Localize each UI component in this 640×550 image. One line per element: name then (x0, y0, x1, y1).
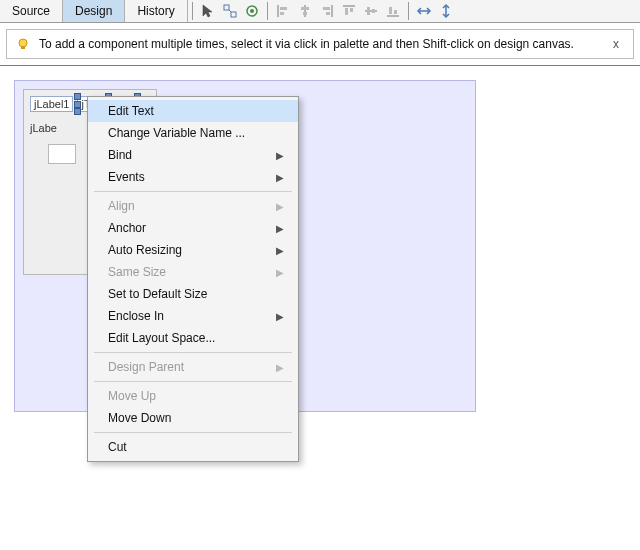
menu-bind[interactable]: Bind▶ (88, 144, 298, 166)
menu-cut[interactable]: Cut (88, 436, 298, 458)
svg-rect-20 (372, 9, 375, 13)
menu-design-parent: Design Parent▶ (88, 356, 298, 378)
menu-label: Same Size (108, 265, 166, 279)
align-top-icon[interactable] (340, 2, 358, 20)
svg-line-3 (229, 10, 231, 12)
menu-enclose-in[interactable]: Enclose In▶ (88, 305, 298, 327)
menu-separator (94, 352, 292, 353)
menu-separator (94, 381, 292, 382)
tab-source[interactable]: Source (0, 0, 63, 22)
menu-set-default-size[interactable]: Set to Default Size (88, 283, 298, 305)
submenu-arrow-icon: ▶ (276, 267, 284, 278)
jlabel1[interactable]: jLabel1 (30, 96, 73, 112)
resize-handle[interactable] (74, 93, 81, 100)
menu-anchor[interactable]: Anchor▶ (88, 217, 298, 239)
menu-move-down[interactable]: Move Down (88, 407, 298, 429)
submenu-arrow-icon: ▶ (276, 172, 284, 183)
hint-bar: To add a component multiple times, selec… (6, 29, 634, 59)
align-left-icon[interactable] (274, 2, 292, 20)
menu-label: Events (108, 170, 145, 184)
align-bottom-icon[interactable] (384, 2, 402, 20)
connect-tool-icon[interactable] (221, 2, 239, 20)
menu-label: Set to Default Size (108, 287, 207, 301)
svg-rect-14 (326, 12, 330, 15)
svg-rect-7 (280, 7, 287, 10)
editor-tabs-toolbar: Source Design History (0, 0, 640, 23)
context-menu: Edit Text Change Variable Name ... Bind▶… (87, 96, 299, 462)
align-vcenter-icon[interactable] (362, 2, 380, 20)
menu-label: Anchor (108, 221, 146, 235)
small-component[interactable] (48, 144, 76, 164)
svg-marker-0 (203, 5, 212, 17)
resize-horizontal-icon[interactable] (415, 2, 433, 20)
toolbar-separator (408, 2, 409, 20)
submenu-arrow-icon: ▶ (276, 311, 284, 322)
menu-label: Change Variable Name ... (108, 126, 245, 140)
menu-edit-layout-space[interactable]: Edit Layout Space... (88, 327, 298, 349)
submenu-arrow-icon: ▶ (276, 223, 284, 234)
svg-rect-1 (224, 5, 229, 10)
svg-rect-23 (394, 10, 397, 14)
lightbulb-icon (15, 36, 31, 52)
svg-rect-27 (21, 46, 25, 49)
menu-edit-text[interactable]: Edit Text (88, 100, 298, 122)
menu-label: Auto Resizing (108, 243, 182, 257)
work-area: jLabel1 jTextField1 jLabe Edit Text (0, 66, 640, 412)
resize-handle[interactable] (74, 101, 81, 108)
svg-rect-16 (345, 8, 348, 15)
toolbar-separator (267, 2, 268, 20)
menu-separator (94, 191, 292, 192)
menu-label: Enclose In (108, 309, 164, 323)
svg-rect-8 (280, 12, 284, 15)
svg-point-5 (250, 9, 254, 13)
svg-rect-11 (303, 12, 307, 15)
submenu-arrow-icon: ▶ (276, 362, 284, 373)
align-right-icon[interactable] (318, 2, 336, 20)
hint-text: To add a component multiple times, selec… (39, 37, 607, 51)
submenu-arrow-icon: ▶ (276, 201, 284, 212)
submenu-arrow-icon: ▶ (276, 150, 284, 161)
align-hcenter-icon[interactable] (296, 2, 314, 20)
select-tool-icon[interactable] (199, 2, 217, 20)
menu-label: Align (108, 199, 135, 213)
svg-rect-13 (323, 7, 330, 10)
preview-tool-icon[interactable] (243, 2, 261, 20)
menu-events[interactable]: Events▶ (88, 166, 298, 188)
menu-move-up: Move Up (88, 385, 298, 407)
svg-rect-2 (231, 12, 236, 17)
svg-point-26 (19, 39, 27, 47)
resize-vertical-icon[interactable] (437, 2, 455, 20)
menu-label: Move Up (108, 389, 156, 403)
tab-history[interactable]: History (125, 0, 187, 22)
tab-design[interactable]: Design (63, 0, 125, 22)
svg-rect-22 (389, 7, 392, 14)
menu-label: Bind (108, 148, 132, 162)
submenu-arrow-icon: ▶ (276, 245, 284, 256)
menu-label: Edit Layout Space... (108, 331, 215, 345)
hint-close-button[interactable]: x (607, 37, 625, 51)
svg-rect-10 (301, 7, 309, 10)
menu-label: Move Down (108, 411, 171, 425)
menu-align: Align▶ (88, 195, 298, 217)
toolbar-separator (192, 2, 193, 20)
svg-rect-17 (350, 8, 353, 12)
design-canvas[interactable]: jLabel1 jTextField1 jLabe Edit Text (14, 80, 476, 412)
menu-label: Edit Text (108, 104, 154, 118)
resize-handle[interactable] (74, 108, 81, 115)
svg-rect-19 (367, 7, 370, 15)
menu-change-variable-name[interactable]: Change Variable Name ... (88, 122, 298, 144)
menu-separator (94, 432, 292, 433)
menu-label: Cut (108, 440, 127, 454)
menu-same-size: Same Size▶ (88, 261, 298, 283)
menu-auto-resizing[interactable]: Auto Resizing▶ (88, 239, 298, 261)
menu-label: Design Parent (108, 360, 184, 374)
